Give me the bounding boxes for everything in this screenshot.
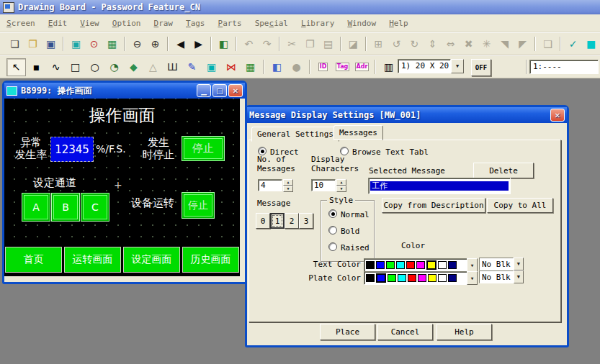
paste-button[interactable]: ▤ [320, 36, 336, 53]
color-swatch-8[interactable] [448, 261, 457, 269]
eraser-button[interactable]: ◪ [345, 36, 362, 53]
browse-radio[interactable]: Browse Text Tabl [340, 147, 429, 157]
menu-option[interactable]: Option [106, 17, 148, 30]
color-swatch-6[interactable] [426, 260, 436, 270]
menu-screen[interactable]: Screen [0, 17, 42, 30]
save-button[interactable]: ▣ [42, 36, 59, 53]
menu-parts[interactable]: Parts [212, 17, 248, 30]
page-next-button[interactable]: ▶ [190, 36, 207, 53]
screen-copy-button[interactable]: ▣ [68, 36, 84, 53]
addr-display-button[interactable]: Adr [353, 59, 371, 76]
channel-b-switch[interactable]: B [51, 193, 80, 222]
flip-horizontal-button[interactable]: ⇔ [442, 36, 459, 53]
color-swatch-5[interactable] [418, 274, 426, 282]
spin-up-icon[interactable]: ▲ [283, 179, 293, 186]
polygon-button[interactable]: △ [144, 59, 162, 76]
help-button[interactable]: Help [436, 324, 492, 340]
menu-view[interactable]: View [73, 17, 106, 30]
color-swatch-2[interactable] [386, 261, 395, 269]
message-index-button-3[interactable]: 3 [299, 213, 313, 229]
menu-special[interactable]: Special [248, 17, 295, 30]
nav-switch-2[interactable]: 运转画面 [64, 247, 121, 273]
box-3d-button[interactable]: ◧ [268, 59, 286, 76]
color-swatch-6[interactable] [428, 274, 436, 282]
color-swatch-5[interactable] [416, 261, 425, 269]
fill-stamp-button[interactable]: ◆ [125, 59, 143, 76]
zoom-in-button[interactable]: ⊕ [147, 36, 164, 53]
rotate-cw-button[interactable]: ↻ [406, 36, 423, 53]
scale-comb-button[interactable]: Ш [164, 59, 182, 76]
color-swatch-3[interactable] [396, 261, 405, 269]
no-of-messages-spinner[interactable]: 4 ▲▼ [258, 179, 293, 191]
dialog-close-icon[interactable]: ✕ [550, 109, 565, 122]
chevron-down-icon[interactable]: ▼ [514, 258, 524, 270]
drawing-canvas[interactable]: 操作画面 异常 发生率 12345 %/F.S. 发生 时停止 停止 设定通道 … [4, 99, 240, 276]
selected-message-input[interactable]: 工作 [368, 178, 511, 194]
zoom-out-button[interactable]: ⊖ [129, 36, 145, 53]
group-button[interactable]: ❑ [539, 36, 556, 53]
off-toggle-button[interactable]: OFF [471, 59, 491, 76]
nav-switch-1[interactable]: 首页 [5, 247, 62, 273]
place-button[interactable]: Place [320, 324, 375, 340]
shear-right-button[interactable]: ◥ [496, 36, 513, 53]
arc-pie-button[interactable]: ◔ [105, 59, 123, 76]
texture-blob-button[interactable]: ● [287, 59, 305, 76]
cancel-button[interactable]: Cancel [377, 324, 433, 340]
nav-switch-3[interactable]: 设定画面 [123, 247, 180, 273]
minimize-button[interactable]: ▁ [197, 84, 211, 97]
shear-left-button[interactable]: ◤ [514, 36, 531, 53]
item-id-field[interactable]: 1:---- [529, 60, 599, 74]
color-swatch-3[interactable] [398, 274, 406, 282]
close-button[interactable]: ✕ [228, 84, 243, 97]
color-swatch-7[interactable] [438, 261, 447, 269]
text-tool-button[interactable]: ✎ [183, 59, 201, 76]
rate-value-display[interactable]: 12345 [50, 137, 94, 162]
color-swatch-4[interactable] [408, 274, 416, 282]
cut-button[interactable]: ✂ [284, 36, 300, 53]
polyline-button[interactable]: ∿ [47, 59, 65, 76]
delete-button[interactable]: Delete [473, 163, 534, 178]
screen-editor-titlebar[interactable]: B8999: 操作画面 ▁ □ ✕ [4, 83, 245, 99]
style-raised-radio[interactable]: Raised [328, 242, 370, 252]
menu-library[interactable]: Library [295, 17, 341, 30]
tag-display-button[interactable]: Tag [333, 59, 352, 76]
tab-messages[interactable]: Messages [333, 125, 383, 140]
color-swatch-8[interactable] [448, 274, 457, 282]
copy-to-all-button[interactable]: Copy to All [487, 198, 553, 213]
color-swatch-1[interactable] [376, 273, 386, 283]
plate-color-more-icon[interactable]: ▼ [467, 271, 478, 285]
color-swatch-1[interactable] [376, 261, 385, 269]
menu-edit[interactable]: Edit [42, 17, 74, 30]
message-index-button-0[interactable]: 0 [256, 213, 270, 229]
color-swatch-4[interactable] [406, 261, 415, 269]
menu-window[interactable]: Window [341, 17, 382, 30]
channel-a-switch[interactable]: A [22, 193, 50, 222]
align-button[interactable]: ⊞ [370, 36, 387, 53]
color-swatch-0[interactable] [366, 274, 375, 282]
spin-down-icon[interactable]: ▼ [283, 186, 293, 192]
open-folder-button[interactable]: ❐ [24, 36, 41, 53]
message-index-button-1[interactable]: 1 [270, 213, 285, 229]
maximize-button[interactable]: □ [212, 84, 227, 97]
alarm-clock-button[interactable]: ⊙ [86, 36, 102, 53]
copy-button[interactable]: ❐ [302, 36, 318, 53]
exit-editor-button[interactable]: ◧ [215, 36, 232, 53]
grid-dot-button[interactable]: ▪ [27, 59, 45, 76]
pattern-bars-button[interactable]: ▥ [380, 59, 398, 76]
spin-down-icon[interactable]: ▼ [336, 186, 346, 192]
device-stop-switch[interactable]: 停止 [182, 192, 215, 219]
style-bold-radio[interactable]: Bold [328, 226, 360, 236]
grid-size-select[interactable]: 1) 20 X 20 ▼ [398, 59, 464, 73]
circle-button[interactable]: ○ [86, 59, 104, 76]
tab-general-settings[interactable]: General Settings [251, 127, 339, 142]
color-swatch-2[interactable] [388, 274, 396, 282]
select-arrow-button[interactable]: ↖ [6, 58, 26, 76]
new-file-button[interactable]: ❏ [6, 36, 23, 53]
spinner-arrows[interactable]: ▲▼ [283, 179, 293, 191]
item-frame-button[interactable]: ■ [583, 36, 599, 53]
text-color-more-icon[interactable]: ▼ [467, 258, 478, 272]
multi-copy-button[interactable]: ⋈ [222, 59, 240, 76]
copy-from-description-button[interactable]: Copy from Description [382, 198, 485, 213]
plate-blink-select[interactable]: No Blk ▼ [479, 270, 524, 283]
spinner-arrows[interactable]: ▲▼ [336, 179, 346, 191]
